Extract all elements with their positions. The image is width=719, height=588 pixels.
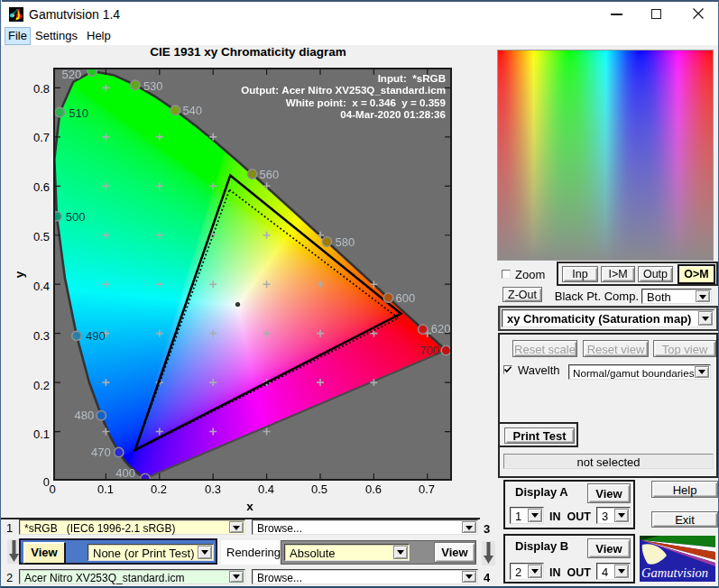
svg-text:Gamutvision: Gamutvision (641, 565, 708, 580)
